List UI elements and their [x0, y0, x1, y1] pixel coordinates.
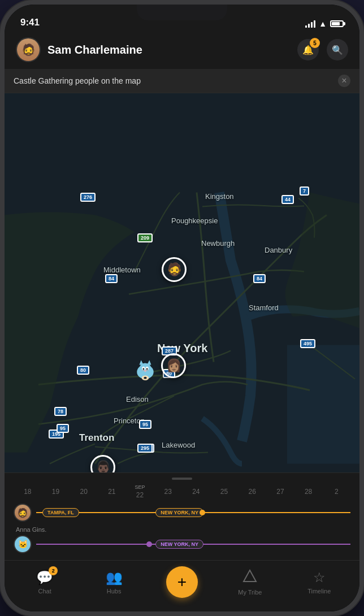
cat-sticker-svg [133, 358, 157, 381]
signal-bar-1 [305, 25, 307, 28]
timeline-person-2: 🐱 NEW YORK, NY [14, 535, 350, 553]
svg-marker-4 [140, 360, 144, 365]
timeline-tracks: 🧔 TAMPA, FL NEW YORK, NY Anna Gins. [5, 499, 359, 560]
search-button[interactable]: 🔍 [327, 39, 348, 60]
date-20: 20 [70, 488, 98, 496]
timeline-area: 18 19 20 21 SEP 22 23 24 25 26 27 28 2 [5, 473, 359, 560]
scroll-pill [172, 478, 192, 480]
chip-newyork-1: NEW YORK, NY [155, 508, 203, 517]
banner-text: Castle Gathering people on the map [14, 76, 141, 85]
timeline-avatar-2: 🐱 [14, 535, 32, 553]
nav-item-chat[interactable]: 💬 2 Chat [28, 570, 62, 595]
hubs-icon: 👥 [106, 570, 123, 585]
map-pin-person2[interactable]: 👩🏽 [161, 353, 186, 378]
signal-bar-3 [311, 22, 313, 28]
date-28: 28 [294, 488, 323, 496]
svg-point-12 [144, 377, 146, 379]
nav-item-my-tribe[interactable]: My Tribe [233, 569, 267, 596]
status-time: 9:41 [20, 17, 40, 28]
timeline-person-1: 🧔 TAMPA, FL NEW YORK, NY [14, 504, 350, 522]
date-24: 24 [182, 488, 210, 496]
date-27: 27 [266, 488, 294, 496]
header-actions: 🔔 5 🔍 [297, 39, 348, 60]
signal-bars-icon [305, 20, 315, 28]
map-pin-face3: 👨🏿 [92, 457, 114, 472]
map-svg [5, 93, 359, 472]
sep-label: SEP [126, 484, 154, 490]
status-icons: ▲ [305, 19, 344, 28]
map-pin-cat[interactable] [133, 358, 157, 381]
nav-label-chat: Chat [38, 588, 51, 595]
notification-button[interactable]: 🔔 5 [297, 39, 319, 60]
chat-icon: 💬 2 [36, 570, 53, 585]
signal-bar-4 [314, 20, 315, 28]
nav-item-timeline[interactable]: ☆ Timeline [302, 570, 336, 595]
wifi-icon: ▲ [319, 19, 327, 28]
chip-newyork-2: NEW YORK, NY [155, 540, 203, 549]
scroll-indicator [5, 478, 359, 480]
bottom-panel: 18 19 20 21 SEP 22 23 24 25 26 27 28 2 [5, 472, 359, 611]
svg-marker-5 [147, 360, 151, 365]
map-pin-face2: 👩🏽 [163, 355, 184, 376]
chat-badge: 2 [49, 566, 58, 575]
add-icon: + [177, 574, 187, 590]
nav-label-hubs: Hubs [107, 588, 122, 595]
banner: Castle Gathering people on the map × [5, 69, 359, 93]
nav-item-hubs[interactable]: 👥 Hubs [97, 570, 131, 595]
avatar-face: 🧔 [17, 38, 40, 61]
date-23: 23 [154, 488, 182, 496]
timeline-name-1: Anna Gins. [16, 524, 350, 534]
map-pin-face1: 🧔 [163, 259, 185, 280]
phone-screen: 9:41 ▲ 🧔 Sam Charlemaine [5, 5, 359, 611]
timeline-track-2: NEW YORK, NY [36, 539, 350, 550]
date-25: 25 [210, 488, 239, 496]
map-container[interactable]: Kingston Poughkeepsie Newburgh Middletow… [5, 93, 359, 472]
add-button[interactable]: + [166, 566, 198, 598]
battery-icon [330, 20, 344, 27]
phone-frame: 9:41 ▲ 🧔 Sam Charlemaine [0, 0, 364, 616]
date-21: 21 [98, 488, 126, 496]
date-18: 18 [14, 488, 42, 496]
nav-label-timeline: Timeline [307, 588, 331, 595]
chip-tampa: TAMPA, FL [42, 508, 79, 517]
nav-label-my-tribe: My Tribe [238, 589, 262, 596]
date-22: SEP 22 [126, 484, 154, 499]
avatar[interactable]: 🧔 [16, 37, 41, 62]
date-row: 18 19 20 21 SEP 22 23 24 25 26 27 28 2 [5, 484, 359, 499]
my-tribe-icon [242, 569, 257, 587]
map-background: Kingston Poughkeepsie Newburgh Middletow… [5, 93, 359, 472]
timeline-track-1: TAMPA, FL NEW YORK, NY [36, 507, 350, 518]
signal-bar-2 [308, 24, 310, 28]
svg-point-8 [143, 368, 145, 370]
notification-badge: 5 [310, 38, 320, 48]
banner-close-button[interactable]: × [338, 75, 350, 87]
timeline-name-label-1: Anna Gins. [16, 526, 46, 533]
map-pin-person1[interactable]: 🧔 [162, 257, 187, 282]
battery-fill [332, 22, 340, 25]
svg-rect-1 [287, 345, 359, 464]
notch [137, 5, 227, 20]
svg-point-9 [146, 368, 148, 370]
search-icon: 🔍 [332, 45, 343, 55]
timeline-icon: ☆ [313, 570, 326, 585]
timeline-avatar-1: 🧔 [14, 504, 32, 522]
date-19: 19 [42, 488, 70, 496]
svg-marker-13 [244, 570, 256, 582]
date-2: 2 [322, 488, 350, 496]
header-username: Sam Charlemaine [47, 44, 291, 57]
track-dot-2 [146, 541, 152, 547]
date-26: 26 [238, 488, 266, 496]
track-dot-1 [200, 510, 205, 515]
nav-bar: 💬 2 Chat 👥 Hubs + [5, 560, 359, 611]
app-header: 🧔 Sam Charlemaine 🔔 5 🔍 [5, 33, 359, 69]
